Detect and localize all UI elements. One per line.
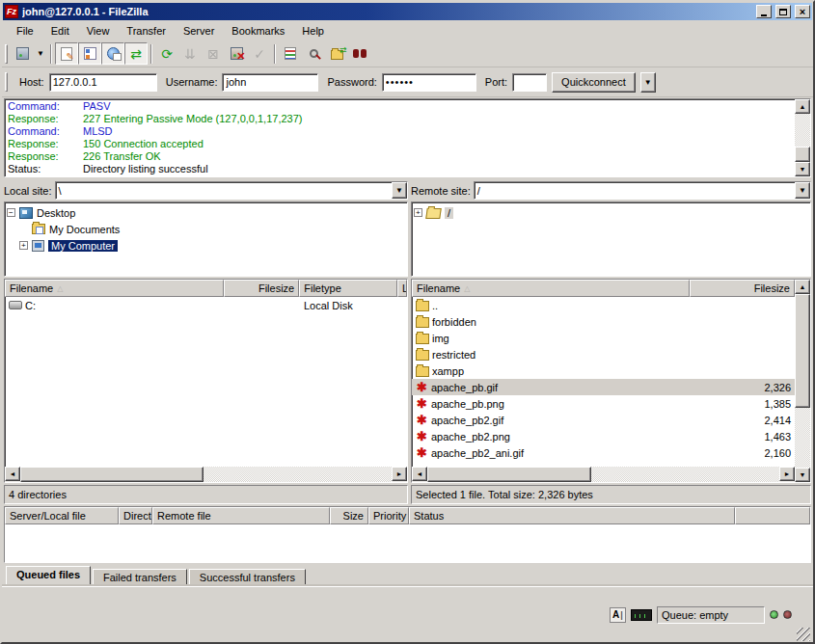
log-label: Response: [8, 138, 83, 150]
menu-file[interactable]: File [8, 23, 42, 39]
filezilla-logo-icon: Fz [5, 5, 18, 18]
remote-tree[interactable]: + / [411, 201, 811, 277]
file-row[interactable]: ✱apache_pb2.gif2,414 [412, 412, 795, 428]
scroll-down-icon[interactable]: ▼ [795, 468, 810, 482]
scrollbar-thumb[interactable] [427, 467, 591, 482]
tree-item-my-documents[interactable]: My Documents [7, 221, 405, 237]
toggle-message-log-button[interactable] [55, 42, 78, 65]
synchronized-browsing-button[interactable]: ⇄ [325, 42, 348, 65]
status-bar: A| Queue: empty [2, 586, 813, 642]
remote-list-body[interactable]: .. forbidden img restricted xampp ✱apach… [412, 297, 795, 467]
scrollbar-thumb[interactable] [20, 467, 204, 482]
reconnect-button[interactable]: ✓ [248, 42, 271, 65]
file-row-selected[interactable]: ✱apache_pb.gif2,326 [412, 379, 795, 395]
remote-site-combo[interactable]: / ▼ [474, 181, 811, 200]
site-manager-dropdown[interactable]: ▼ [34, 42, 47, 65]
collapse-icon[interactable]: − [7, 208, 15, 217]
quickconnect-button[interactable]: Quickconnect [552, 72, 636, 93]
file-row[interactable]: forbidden [412, 313, 795, 330]
log-scrollbar[interactable]: ▲ ▼ [795, 99, 810, 176]
file-row[interactable]: .. [412, 297, 795, 313]
tree-item-root[interactable]: + / [414, 204, 808, 221]
tab-successful-transfers[interactable]: Successful transfers [189, 569, 306, 586]
local-list-body[interactable]: C: Local Disk [5, 297, 407, 467]
maximize-button[interactable] [775, 5, 791, 18]
column-size[interactable]: Size [330, 507, 368, 524]
toggle-remote-tree-button[interactable] [101, 42, 124, 65]
menu-server[interactable]: Server [175, 23, 223, 39]
column-priority[interactable]: Priority [368, 507, 409, 524]
scroll-up-icon[interactable]: ▲ [795, 99, 810, 114]
expand-icon[interactable]: + [19, 241, 28, 250]
scroll-left-icon[interactable]: ◄ [5, 467, 20, 481]
menu-view[interactable]: View [78, 23, 119, 39]
column-server-local-file[interactable]: Server/Local file [5, 507, 119, 524]
password-input[interactable] [382, 73, 476, 92]
directory-comparison-button[interactable] [302, 42, 325, 65]
tree-item-my-computer[interactable]: + My Computer [7, 237, 405, 254]
scroll-right-icon[interactable]: ► [392, 467, 407, 481]
port-input[interactable] [512, 73, 547, 92]
column-status[interactable]: Status [409, 507, 735, 524]
file-row[interactable]: xampp [412, 362, 795, 379]
column-filename[interactable]: Filename△ [5, 280, 224, 297]
title-bar[interactable]: Fz john@127.0.0.1 - FileZilla × [3, 3, 812, 20]
expand-icon[interactable]: + [414, 208, 422, 217]
column-direction[interactable]: Directi... [119, 507, 152, 524]
folder-icon [416, 366, 429, 377]
chevron-down-icon[interactable]: ▼ [795, 182, 810, 199]
message-log[interactable]: Command:PASV Response:227 Entering Passi… [4, 98, 811, 177]
refresh-icon: ⟳ [161, 47, 173, 61]
toggle-local-tree-button[interactable] [78, 42, 101, 65]
toggle-transfer-queue-button[interactable]: ⇄ [124, 42, 148, 65]
column-filesize[interactable]: Filesize [224, 280, 299, 297]
menu-edit[interactable]: Edit [42, 23, 78, 39]
tab-failed-transfers[interactable]: Failed transfers [93, 569, 187, 586]
quickconnect-dropdown[interactable]: ▼ [640, 72, 656, 93]
column-remote-file[interactable]: Remote file [152, 507, 330, 524]
find-button[interactable] [348, 42, 371, 65]
menu-transfer[interactable]: Transfer [118, 23, 175, 39]
host-input[interactable] [49, 73, 157, 92]
disconnect-button[interactable]: ✕ [225, 42, 248, 65]
scroll-right-icon[interactable]: ► [779, 467, 795, 481]
menu-bookmarks[interactable]: Bookmarks [223, 23, 293, 39]
refresh-button[interactable]: ⟳ [155, 42, 178, 65]
menu-help[interactable]: Help [293, 23, 333, 39]
local-site-combo[interactable]: \ ▼ [55, 181, 408, 200]
file-row[interactable]: restricted [412, 346, 795, 362]
site-manager-button[interactable] [11, 42, 34, 65]
filter-button[interactable] [279, 42, 302, 65]
process-queue-button[interactable]: ⇊ [178, 42, 202, 65]
queue-body[interactable] [5, 524, 810, 562]
scrollbar-thumb[interactable] [795, 147, 810, 162]
chevron-down-icon[interactable]: ▼ [392, 182, 407, 199]
scroll-down-icon[interactable]: ▼ [795, 162, 810, 176]
username-input[interactable] [222, 73, 318, 92]
local-tree[interactable]: − Desktop My Documents + My Computer [4, 201, 408, 277]
tree-item-desktop[interactable]: − Desktop [7, 204, 405, 221]
file-row[interactable]: ✱apache_pb2_ani.gif2,160 [412, 444, 795, 461]
remote-site-label: Remote site: [411, 185, 471, 197]
file-row[interactable]: ✱apache_pb.png1,385 [412, 395, 795, 412]
scrollbar-thumb[interactable] [795, 294, 810, 408]
open-folder-icon [425, 208, 442, 219]
cancel-button[interactable]: ⊠ [202, 42, 225, 65]
remote-vscrollbar[interactable]: ▲ ▼ [795, 280, 810, 482]
column-lastmodified[interactable]: L [397, 280, 407, 297]
column-filename[interactable]: Filename△ [412, 280, 690, 297]
scroll-left-icon[interactable]: ◄ [412, 467, 427, 481]
file-row[interactable]: img [412, 330, 795, 346]
resize-grip[interactable] [797, 628, 810, 641]
scroll-up-icon[interactable]: ▲ [795, 280, 810, 294]
file-row-c-drive[interactable]: C: Local Disk [5, 297, 407, 313]
column-filetype[interactable]: Filetype [299, 280, 397, 297]
file-row[interactable]: ✱apache_pb2.png1,463 [412, 428, 795, 444]
column-filesize[interactable]: Filesize [690, 280, 795, 297]
local-hscrollbar[interactable]: ◄ ► [5, 467, 407, 482]
close-button[interactable]: × [795, 5, 810, 18]
log-text: PASV [83, 100, 111, 112]
minimize-button[interactable] [756, 5, 772, 18]
remote-hscrollbar[interactable]: ◄ ► [412, 467, 795, 482]
tab-queued-files[interactable]: Queued files [6, 566, 91, 586]
